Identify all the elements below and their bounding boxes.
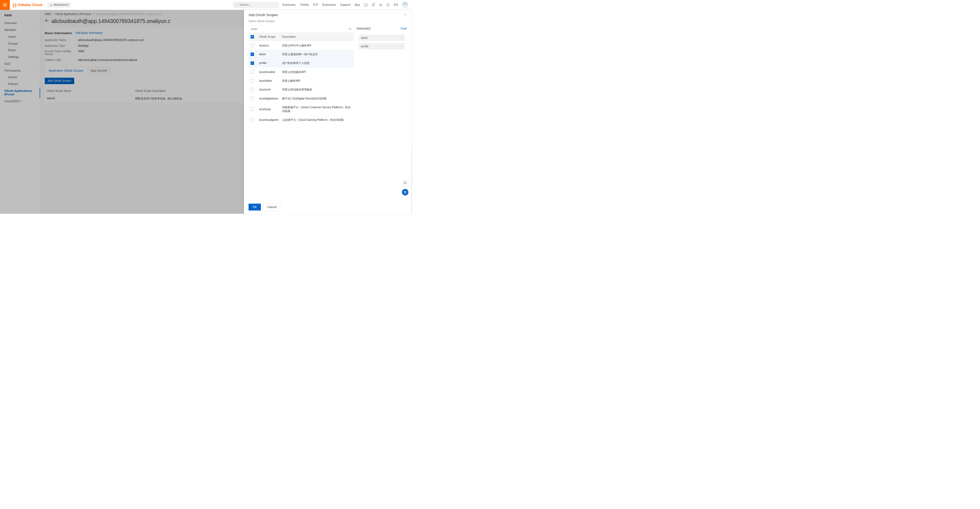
cell-scope: /acs/scsp (259, 108, 282, 111)
chip-remove-button[interactable] (401, 36, 403, 39)
scope-row[interactable]: /acs/scsp智能客服平台（Smart Customer Service P… (248, 103, 354, 116)
scope-row[interactable]: /acs/cloudesl阿里云价签服务API (248, 67, 354, 76)
cell-scope: /acs/digitalstore (259, 97, 282, 100)
scope-row[interactable]: /acs/digitalstore数字化门店(Digital Store)的访问… (248, 94, 354, 103)
scope-checkbox[interactable] (250, 62, 254, 65)
scope-row[interactable]: /acs/scim阿里云跨域身份管理服务 (248, 85, 354, 94)
floating-buttons (402, 180, 409, 196)
selected-chip: profile (359, 43, 405, 50)
notification-dot-icon (374, 3, 375, 4)
selected-pane: Selected(2) Clear aliuidprofile (356, 25, 407, 200)
cell-description: 用户的名称等个人信息 (282, 61, 352, 65)
svg-rect-10 (406, 192, 406, 193)
scope-checkbox[interactable] (250, 118, 254, 122)
top-bar: (-) Alibaba Cloud Workbench Expenses Tic… (0, 0, 412, 10)
notifications-button[interactable] (372, 3, 375, 7)
scope-picker: OAuth Scope Description /acs/ccc阿里云呼叫中心服… (248, 25, 354, 200)
brand-mark-icon: (-) (13, 2, 16, 7)
close-icon (401, 45, 403, 47)
chip-remove-button[interactable] (401, 45, 403, 48)
nav-expenses[interactable]: Expenses (282, 3, 296, 6)
svg-rect-1 (364, 3, 368, 6)
hamburger-icon (3, 2, 7, 7)
svg-point-5 (350, 28, 351, 30)
cell-scope: /acs/cloudgame (259, 118, 282, 122)
close-icon (404, 13, 407, 16)
clear-selected-button[interactable]: Clear (400, 27, 407, 30)
chip-label: profile (361, 45, 368, 48)
selected-count-label: Selected(2) (356, 27, 371, 30)
cart-button[interactable] (379, 3, 382, 6)
help-button[interactable] (387, 3, 390, 6)
scope-search-input[interactable] (248, 25, 347, 33)
apps-button[interactable] (402, 189, 409, 196)
global-search-input[interactable] (239, 3, 277, 6)
brand-text: Alibaba Cloud (18, 3, 42, 7)
nav-tickets[interactable]: Tickets (300, 3, 309, 6)
menu-toggle-button[interactable] (0, 0, 10, 10)
scope-row[interactable]: /acs/alidns阿里云解析API (248, 76, 354, 85)
svg-rect-7 (404, 191, 405, 192)
cell-description: 阿里云颁发的唯一用户标志符 (282, 52, 352, 56)
svg-rect-9 (404, 192, 405, 193)
language-selector[interactable]: EN (394, 3, 398, 6)
ok-button[interactable]: OK (248, 204, 261, 211)
scope-checkbox[interactable] (250, 97, 254, 100)
cell-description: 阿里云跨域身份管理服务 (282, 88, 352, 91)
cell-description: 阿里云呼叫中心服务API (282, 44, 352, 47)
svg-point-0 (235, 4, 237, 5)
scope-row[interactable]: aliuid阿里云颁发的唯一用户标志符 (248, 50, 354, 59)
cell-scope: /acs/cloudesl (259, 70, 282, 73)
workbench-button[interactable]: Workbench (47, 2, 71, 8)
scope-checkbox[interactable] (250, 79, 254, 83)
grid-icon (404, 191, 407, 194)
svg-point-2 (380, 6, 380, 6)
close-icon (401, 37, 403, 39)
workbench-label: Workbench (54, 3, 68, 6)
search-icon (349, 28, 352, 30)
search-icon (235, 3, 238, 6)
user-avatar[interactable] (402, 2, 408, 8)
nav-app[interactable]: App (355, 3, 360, 6)
cancel-button[interactable]: Cancel (263, 204, 280, 211)
cell-scope: profile (259, 62, 282, 65)
chip-label: aliuid (361, 36, 368, 39)
nav-icp[interactable]: ICP (313, 3, 318, 6)
scope-checkbox[interactable] (250, 70, 254, 74)
nav-support[interactable]: Support (340, 3, 350, 6)
select-all-checkbox[interactable] (250, 35, 254, 39)
scope-row[interactable]: profile用户的名称等个人信息 (248, 59, 354, 67)
cell-description: 智能客服平台（Smart Customer Service Platform）的… (282, 105, 352, 113)
top-nav: Expenses Tickets ICP Enterprise Support … (282, 2, 412, 8)
cell-description: 阿里云解析API (282, 79, 352, 83)
scope-search-button[interactable] (347, 25, 354, 33)
scope-checkbox[interactable] (250, 88, 254, 92)
nav-enterprise[interactable]: Enterprise (322, 3, 336, 6)
add-scopes-drawer: Add OAuth Scopes Select OAuth Scopes OAu… (244, 10, 412, 214)
cell-scope: aliuid (259, 53, 282, 56)
cell-scope: /acs/alidns (259, 79, 282, 83)
svg-rect-8 (406, 191, 406, 192)
chat-icon (404, 181, 407, 185)
drawer-hint: Select OAuth Scopes (248, 20, 407, 23)
cell-description: 阿里云价签服务API (282, 70, 352, 74)
cell-description: 云游戏平台（Cloud Gaming Platform）的访问权限 (282, 118, 352, 122)
scope-checkbox[interactable] (250, 52, 254, 56)
drawer-close-button[interactable] (404, 13, 407, 17)
brand-logo[interactable]: (-) Alibaba Cloud (10, 2, 45, 7)
svg-point-3 (381, 6, 382, 6)
scope-checkbox[interactable] (250, 107, 254, 111)
grid-header-scope: OAuth Scope (259, 35, 282, 38)
help-icon (387, 3, 390, 6)
cell-description: 数字化门店(Digital Store)的访问权限 (282, 97, 352, 100)
svg-rect-6 (404, 182, 407, 184)
cloudshell-button[interactable] (364, 3, 368, 6)
selected-chip: aliuid (359, 35, 405, 41)
scope-checkbox[interactable] (250, 44, 254, 47)
drawer-title: Add OAuth Scopes (248, 13, 278, 17)
scope-row[interactable]: /acs/ccc阿里云呼叫中心服务API (248, 41, 354, 50)
scope-row[interactable]: /acs/cloudgame云游戏平台（Cloud Gaming Platfor… (248, 116, 354, 124)
feedback-button[interactable] (402, 180, 409, 186)
global-search[interactable] (233, 2, 279, 8)
home-icon (50, 3, 52, 6)
